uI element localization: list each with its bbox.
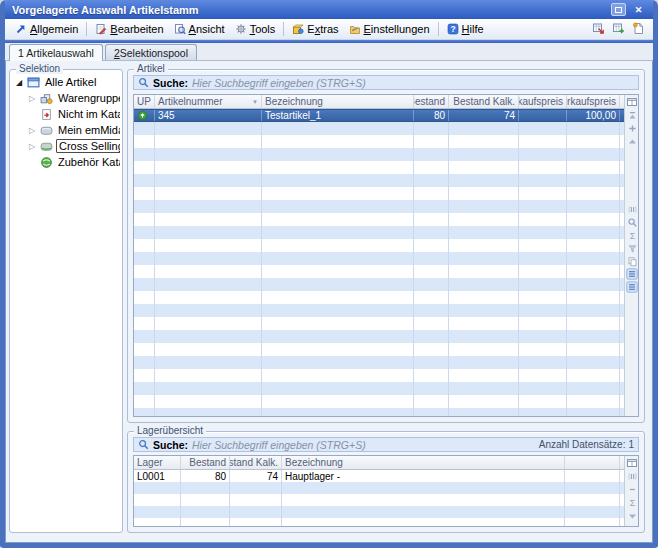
column-chooser-button[interactable] xyxy=(626,457,638,469)
cell-empty xyxy=(155,161,262,174)
list-active-button[interactable] xyxy=(626,281,638,293)
grid-row-empty[interactable] xyxy=(134,122,624,135)
toolbar-item-extras[interactable]: Extras xyxy=(287,22,343,36)
nav-first-button[interactable] xyxy=(626,109,638,121)
column-header-bestand-kalk-[interactable]: Bestand Kalk. xyxy=(449,95,519,108)
cell-empty xyxy=(567,278,620,291)
column-header-up[interactable]: UP xyxy=(134,95,155,108)
toolbar-item-allgemein[interactable]: Allgemein xyxy=(10,22,83,36)
column-header-bestand[interactable]: Bestand xyxy=(181,456,230,469)
tab-1-artikelauswahl[interactable]: 1 Artikelauswahl xyxy=(9,44,103,61)
tree-item-alle-artikel[interactable]: ◢Alle Artikel xyxy=(12,74,120,90)
cell-empty xyxy=(567,187,620,200)
tab-2-selektionspool[interactable]: 2 Selektionspool xyxy=(105,44,197,60)
grid-row[interactable]: L00018074Hauptlager - xyxy=(134,470,624,482)
tree-item-zubehör-katalog[interactable]: Zubehör Katalog xyxy=(12,154,120,170)
grid-row-empty[interactable] xyxy=(134,187,624,200)
grid-export-red-button[interactable] xyxy=(592,22,605,37)
tree-item-mein-emmida[interactable]: ▷Mein emMida xyxy=(12,122,120,138)
column-header-bestand[interactable]: Bestand xyxy=(414,95,449,108)
sum-sigma-button[interactable]: Σ xyxy=(626,229,638,241)
filter-funnel-button[interactable] xyxy=(626,242,638,254)
column-header-blank[interactable] xyxy=(565,456,620,469)
grid-row-empty[interactable] xyxy=(134,304,624,317)
nav-up-button[interactable] xyxy=(626,135,638,147)
nav-down-button[interactable] xyxy=(626,510,638,522)
grid-row-empty[interactable] xyxy=(134,148,624,161)
copy-pages-button[interactable] xyxy=(626,255,638,267)
column-header-bestand-kalk-[interactable]: Bestand Kalk. xyxy=(230,456,282,469)
new-document-button[interactable] xyxy=(632,22,645,37)
grid-row-empty[interactable] xyxy=(134,265,624,278)
tree-item-nicht-im-katalog[interactable]: Nicht im Katalog xyxy=(12,106,120,122)
grid-row-empty[interactable] xyxy=(134,200,624,213)
grid-row-empty[interactable] xyxy=(134,356,624,369)
tree-expander-icon[interactable]: ▷ xyxy=(27,142,37,151)
minus-button[interactable] xyxy=(626,483,638,495)
tree-expander-icon[interactable]: ◢ xyxy=(14,78,24,87)
grid-row-empty[interactable] xyxy=(134,239,624,252)
column-header-artikelnummer[interactable]: Artikelnummer▼ xyxy=(155,95,262,108)
grid-row-selected[interactable]: 345Testartikel_18074100,00 xyxy=(134,109,624,122)
cell-empty xyxy=(134,343,155,356)
list-active-button[interactable] xyxy=(626,268,638,280)
tree-expander-icon[interactable]: ▷ xyxy=(27,94,37,103)
grid-row-empty[interactable] xyxy=(134,518,624,526)
artikel-search-bar[interactable]: Suche: Hier Suchbegriff eingeben (STRG+S… xyxy=(133,75,639,90)
nav-plus-button[interactable] xyxy=(626,122,638,134)
grid-import-green-button[interactable] xyxy=(612,22,625,37)
lager-grid-header: LagerBestandBestand Kalk.Bezeichnung xyxy=(134,456,624,470)
lager-search-bar[interactable]: Suche: Hier Suchbegriff eingeben (STRG+S… xyxy=(133,437,639,452)
grid-row-empty[interactable] xyxy=(134,369,624,382)
toolbar-item-ansicht[interactable]: Ansicht xyxy=(169,22,230,36)
grid-row-empty[interactable] xyxy=(134,317,624,330)
cell-empty xyxy=(262,343,414,356)
grid-row-empty[interactable] xyxy=(134,395,624,408)
cell-empty xyxy=(519,122,567,135)
pause-button[interactable] xyxy=(626,470,638,482)
column-header-einkaufspreis[interactable]: Einkaufspreis xyxy=(519,95,567,108)
maximize-button[interactable] xyxy=(611,3,626,16)
column-header-lager[interactable]: Lager xyxy=(134,456,181,469)
grid-row-empty[interactable] xyxy=(134,226,624,239)
grid-row-empty[interactable] xyxy=(134,174,624,187)
grid-row-empty[interactable] xyxy=(134,135,624,148)
grid-row-empty[interactable] xyxy=(134,482,624,494)
grid-row-empty[interactable] xyxy=(134,494,624,506)
cell-empty xyxy=(134,317,155,330)
pause-button[interactable] xyxy=(626,203,638,215)
cell-empty xyxy=(155,369,262,382)
column-header-bezeichnung[interactable]: Bezeichnung xyxy=(282,456,565,469)
grid-row-empty[interactable] xyxy=(134,278,624,291)
column-header-bezeichnung[interactable]: Bezeichnung xyxy=(262,95,414,108)
record-count-value: 1 xyxy=(628,439,634,450)
column-header-verkaufspreis[interactable]: Verkaufspreis xyxy=(567,95,620,108)
grid-row-empty[interactable] xyxy=(134,252,624,265)
grid-row-empty[interactable] xyxy=(134,161,624,174)
toolbar-item-tools[interactable]: Tools xyxy=(230,22,281,36)
toolbar-item-einstellungen[interactable]: Einstellungen xyxy=(344,22,435,36)
grid-row-empty[interactable] xyxy=(134,408,624,416)
tree-item-cross-selling-katalog[interactable]: ▷Cross Selling Katalog xyxy=(12,138,120,154)
tree-expander-icon[interactable]: ▷ xyxy=(27,126,37,135)
close-button[interactable]: ✕ xyxy=(631,3,646,16)
cell-empty xyxy=(181,494,230,506)
grid-row-empty[interactable] xyxy=(134,382,624,395)
column-chooser-button[interactable] xyxy=(626,96,638,108)
titlebar[interactable]: Vorgelagerte Auswahl Artikelstamm ✕ xyxy=(5,0,653,19)
cell-empty xyxy=(134,252,155,265)
toolbar-item-label: Bearbeiten xyxy=(110,23,163,35)
tree-item-warengruppen[interactable]: ▷Warengruppen xyxy=(12,90,120,106)
grid-row-empty[interactable] xyxy=(134,343,624,356)
toolbar-item-bearbeiten[interactable]: Bearbeiten xyxy=(90,22,168,36)
grid-row-empty[interactable] xyxy=(134,330,624,343)
cell-empty xyxy=(414,239,449,252)
grid-row-empty[interactable] xyxy=(134,291,624,304)
grid-row-empty[interactable] xyxy=(134,506,624,518)
column-chooser-icon xyxy=(626,457,638,469)
cell-lager: L0001 xyxy=(134,470,181,482)
sum-sigma-button[interactable]: Σ xyxy=(626,496,638,508)
grid-row-empty[interactable] xyxy=(134,213,624,226)
toolbar-item-hilfe[interactable]: ?Hilfe xyxy=(442,22,489,36)
magnifier-sm-button[interactable] xyxy=(626,216,638,228)
